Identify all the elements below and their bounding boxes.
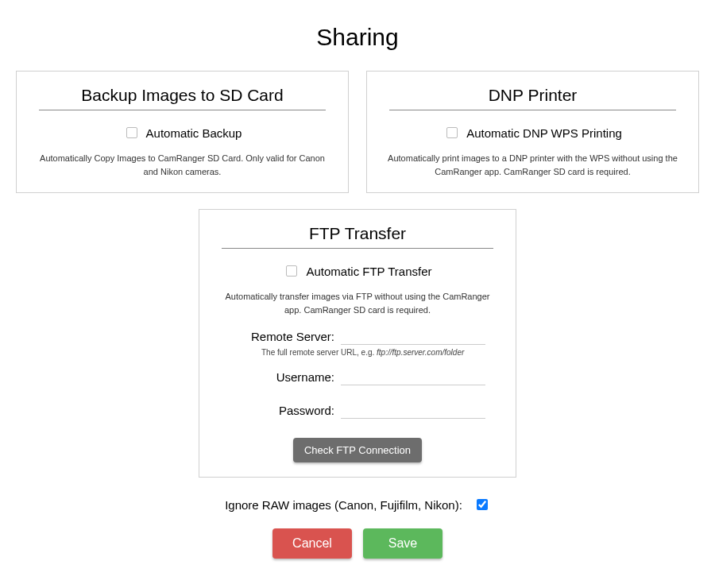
dnp-automatic-checkbox[interactable] [446,127,458,138]
ftp-panel-row: FTP Transfer Automatic FTP Transfer Auto… [16,209,699,478]
ftp-panel-title: FTP Transfer [222,224,493,249]
cancel-button[interactable]: Cancel [272,528,352,559]
check-ftp-button[interactable]: Check FTP Connection [293,438,422,462]
ftp-automatic-checkbox[interactable] [286,265,297,277]
dnp-checkbox-row: Automatic DNP WPS Printing [381,125,684,141]
backup-panel: Backup Images to SD Card Automatic Backu… [16,71,349,193]
ftp-remote-helper-prefix: The full remote server URL, e.g. [261,348,377,357]
ftp-remote-helper-example: ftp://ftp.server.com/folder [377,348,464,357]
ignore-raw-checkbox[interactable] [477,499,488,510]
backup-automatic-checkbox[interactable] [126,127,137,138]
dnp-checkbox-label: Automatic DNP WPS Printing [466,126,622,140]
ftp-remote-input[interactable] [341,327,485,345]
ftp-username-row: Username: [230,368,485,385]
backup-checkbox-label: Automatic Backup [146,126,242,140]
backup-checkbox-row: Automatic Backup [31,125,334,141]
backup-desc: Automatically Copy Images to CamRanger S… [31,152,334,178]
ignore-raw-row: Ignore RAW images (Canon, Fujifilm, Niko… [16,497,699,513]
backup-panel-title: Backup Images to SD Card [39,86,326,110]
ftp-password-row: Password: [230,401,485,419]
ftp-check-wrap: Check FTP Connection [214,438,501,462]
ftp-desc: Automatically transfer images via FTP wi… [214,290,501,316]
dnp-panel: DNP Printer Automatic DNP WPS Printing A… [366,71,699,193]
ftp-password-input[interactable] [341,401,485,419]
ftp-remote-label: Remote Server: [230,330,341,343]
bottom-buttons: Cancel Save [16,528,699,559]
ftp-panel: FTP Transfer Automatic FTP Transfer Auto… [199,209,516,478]
page-title: Sharing [16,24,699,51]
ftp-username-input[interactable] [341,368,485,385]
dnp-desc: Automatically print images to a DNP prin… [381,152,684,178]
ftp-username-label: Username: [230,370,341,384]
ignore-raw-label: Ignore RAW images (Canon, Fujifilm, Niko… [225,498,462,512]
ftp-password-label: Password: [230,404,341,417]
ftp-remote-row: Remote Server: [230,327,485,345]
ftp-remote-helper: The full remote server URL, e.g. ftp://f… [261,348,485,357]
dnp-panel-title: DNP Printer [389,86,676,110]
ftp-checkbox-label: Automatic FTP Transfer [306,265,431,278]
top-panel-row: Backup Images to SD Card Automatic Backu… [16,71,699,193]
save-button[interactable]: Save [363,528,443,559]
ftp-checkbox-row: Automatic FTP Transfer [214,263,501,279]
